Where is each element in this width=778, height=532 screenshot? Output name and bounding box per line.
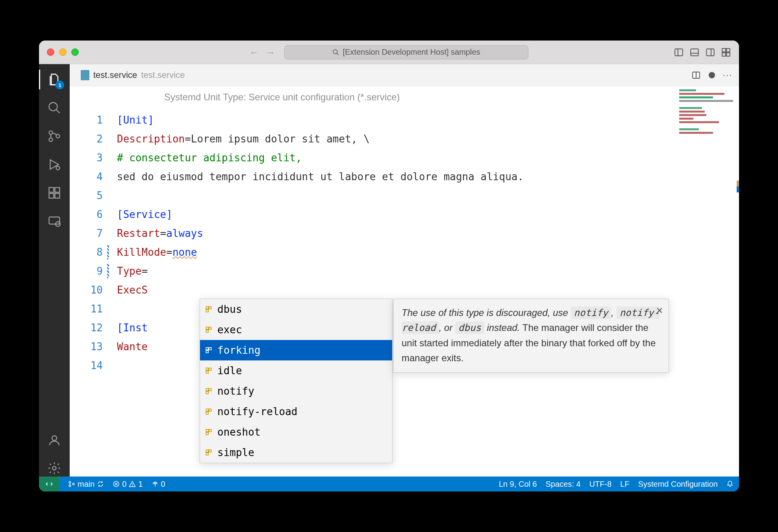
suggest-item[interactable]: notify-reload (200, 401, 392, 422)
suggest-item[interactable]: simple (200, 442, 392, 463)
svg-point-52 (69, 481, 71, 483)
eol-label: LF (620, 480, 629, 489)
suggest-widget: dbusexecforkingidlenotifynotify-reloadon… (200, 299, 393, 463)
svg-point-0 (333, 50, 338, 54)
customize-layout-button[interactable] (721, 47, 731, 57)
command-center[interactable]: [Extension Development Host] samples (284, 45, 528, 59)
svg-rect-47 (209, 429, 211, 432)
code-token: Restart (117, 227, 160, 239)
code-token: [Unit] (117, 114, 154, 126)
svg-rect-10 (722, 53, 726, 56)
status-encoding[interactable]: UTF-8 (589, 480, 612, 489)
svg-rect-41 (209, 388, 211, 391)
suggest-item[interactable]: dbus (200, 299, 392, 320)
svg-rect-36 (206, 351, 208, 353)
nav-back-button[interactable]: ← (249, 47, 259, 57)
svg-rect-50 (209, 450, 211, 452)
svg-rect-42 (206, 392, 208, 394)
tab-dirty-indicator[interactable] (706, 69, 718, 81)
activity-source-control[interactable] (46, 128, 63, 144)
code-token: always (166, 227, 203, 239)
code-token: sed do eiusmod tempor incididunt ut labo… (117, 171, 524, 183)
suggest-item[interactable]: oneshot (200, 422, 392, 442)
line-number: 8 (70, 243, 103, 262)
svg-rect-34 (206, 347, 208, 350)
activity-run-debug[interactable] (46, 156, 63, 173)
svg-point-17 (56, 166, 60, 170)
close-icon[interactable]: ✕ (656, 304, 663, 318)
antenna-icon (152, 480, 159, 488)
doc-text: instead. (484, 322, 520, 333)
svg-rect-22 (49, 217, 60, 224)
activity-search[interactable] (46, 100, 63, 116)
suggest-item[interactable]: exec (200, 320, 392, 340)
svg-rect-46 (206, 429, 208, 432)
suggest-item[interactable]: notify (200, 381, 392, 401)
line-number: 10 (70, 281, 103, 299)
svg-point-14 (49, 131, 53, 135)
suggest-item[interactable]: idle (200, 360, 392, 381)
encoding-label: UTF-8 (589, 480, 612, 489)
code-token: Lorem ipsum dolor sit amet, (191, 133, 363, 145)
nav-forward-button[interactable]: → (265, 47, 276, 57)
activity-settings[interactable] (46, 460, 63, 477)
doc-text: , (611, 307, 616, 318)
split-editor-button[interactable] (690, 69, 702, 81)
svg-rect-48 (206, 432, 208, 435)
line-number: 2 (70, 129, 103, 148)
editor-body[interactable]: Systemd Unit Type: Service unit configur… (70, 86, 739, 477)
minimap[interactable] (676, 86, 739, 477)
svg-rect-19 (55, 188, 60, 192)
status-indent[interactable]: Spaces: 4 (546, 480, 581, 489)
inlay-hint: Systemd Unit Type: Service unit configur… (164, 92, 400, 103)
svg-rect-21 (55, 194, 60, 198)
code-content[interactable]: [Unit] Description=Lorem ipsum dolor sit… (113, 86, 676, 477)
close-window-button[interactable] (47, 48, 54, 56)
status-cursor[interactable]: Ln 9, Col 6 (499, 480, 537, 489)
enum-member-icon (204, 386, 213, 396)
suggest-item[interactable]: forking (200, 340, 392, 360)
suggest-item-label: forking (217, 344, 261, 356)
indent-label: Spaces: 4 (546, 480, 581, 489)
toggle-primary-sidebar-button[interactable] (674, 47, 684, 57)
svg-point-12 (49, 103, 57, 111)
activity-remote-explorer[interactable] (46, 213, 63, 229)
toggle-secondary-sidebar-button[interactable] (705, 47, 715, 57)
traffic-lights (47, 48, 79, 56)
status-problems[interactable]: 0 1 (113, 480, 143, 489)
toggle-panel-button[interactable] (689, 47, 700, 57)
branch-label: main (78, 480, 94, 489)
status-language[interactable]: Systemd Configuration (638, 480, 718, 489)
enum-member-icon (204, 448, 213, 457)
maximize-window-button[interactable] (71, 48, 79, 56)
remote-button[interactable] (39, 477, 59, 491)
svg-point-25 (53, 467, 56, 470)
minimize-window-button[interactable] (59, 48, 67, 56)
code-token: = (160, 227, 167, 239)
error-icon (113, 480, 120, 488)
tab-test-service[interactable]: test.service test.service (75, 64, 191, 86)
status-ports[interactable]: 0 (152, 480, 165, 489)
tab-more-button[interactable]: ··· (722, 69, 734, 81)
svg-rect-38 (209, 368, 211, 370)
svg-rect-49 (206, 450, 208, 452)
status-notifications[interactable] (726, 480, 734, 488)
line-number: 11 (70, 299, 103, 318)
activity-explorer[interactable]: 1 (46, 71, 63, 88)
status-branch[interactable]: main (68, 480, 104, 489)
suggest-item-label: simple (217, 447, 254, 458)
enum-member-icon (204, 427, 213, 437)
code-token: KillMode (117, 246, 166, 258)
line-number: 4 (70, 167, 103, 186)
code-token: Type (117, 265, 142, 277)
activity-extensions[interactable] (46, 185, 63, 201)
activity-accounts[interactable] (46, 432, 63, 448)
status-eol[interactable]: LF (620, 480, 629, 489)
svg-rect-29 (209, 307, 211, 309)
code-token: # consectetur adipiscing elit, (117, 152, 302, 164)
tab-path: test.service (141, 70, 185, 80)
code-token: Description (117, 133, 185, 145)
editor-area: test.service test.service ··· Systemd Un… (70, 64, 739, 477)
suggest-item-label: notify-reload (217, 406, 298, 417)
svg-rect-40 (206, 388, 208, 391)
